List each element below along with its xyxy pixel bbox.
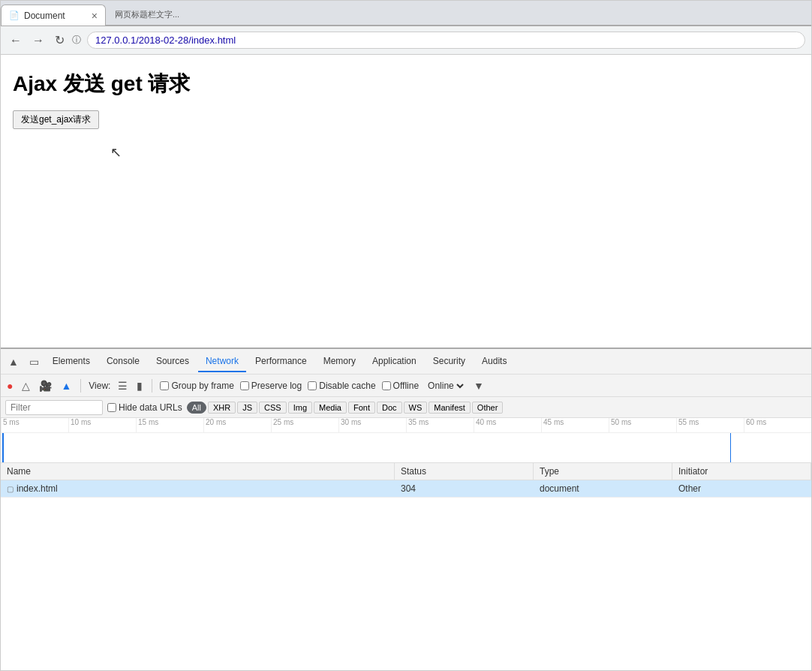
active-tab[interactable]: 📄 Document × [1,5,106,26]
view-list-button[interactable]: ☰ [116,378,129,393]
tab-security[interactable]: Security [426,351,473,372]
tick-9: 45 ms [541,418,609,432]
tab-performance[interactable]: Performance [248,351,314,372]
camera-button[interactable]: 🎥 [38,378,53,393]
tick-2: 10 ms [68,418,136,432]
tick-5: 25 ms [271,418,338,432]
clear-button[interactable]: △ [20,378,32,393]
back-button[interactable]: ← [7,32,25,49]
preserve-log-label[interactable]: Preserve log [240,381,302,391]
cell-type: document [534,480,672,497]
table-row[interactable]: ▢ index.html 304 document Other [1,480,811,498]
tick-1: 5 ms [1,418,68,432]
view-label: View: [89,381,110,391]
tab-console[interactable]: Console [99,351,147,372]
preserve-log-checkbox[interactable] [240,381,249,390]
hide-data-urls-checkbox[interactable] [107,403,116,412]
cell-status: 304 [395,480,534,497]
cell-initiator: Other [672,480,811,497]
tab-elements[interactable]: Elements [45,351,98,372]
tab-rest-text: 网页标题栏文字... [109,9,179,20]
row-name: index.html [17,483,58,494]
group-by-frame-text: Group by frame [171,381,233,391]
timeline-cursor [730,433,731,463]
tick-8: 40 ms [474,418,541,432]
address-input[interactable] [87,32,805,49]
tick-6: 30 ms [338,418,406,432]
offline-text: Offline [393,381,419,391]
ajax-button[interactable]: 发送get_ajax请求 [13,110,99,129]
filter-font[interactable]: Font [348,402,375,414]
page-content: Ajax 发送 get 请求 发送get_ajax请求 ↖ [1,55,811,348]
timeline-bar-area [1,433,811,463]
disable-cache-label[interactable]: Disable cache [308,381,375,391]
disable-cache-text: Disable cache [319,381,375,391]
filter-ws[interactable]: WS [404,402,428,414]
header-name: Name [1,463,395,480]
filter-input[interactable] [5,400,103,415]
header-type: Type [534,463,672,480]
filter-button[interactable]: ▲ [59,378,73,393]
timeline: 5 ms 10 ms 15 ms 20 ms 25 ms 30 ms 35 ms… [1,418,811,463]
tab-memory[interactable]: Memory [316,351,363,372]
tab-application[interactable]: Application [365,351,424,372]
tick-10: 50 ms [609,418,676,432]
divider-1 [80,379,81,393]
filter-row: Hide data URLs All XHR JS CSS Img Media … [1,397,811,418]
cell-name: ▢ index.html [1,480,395,497]
hide-data-urls-text: Hide data URLs [119,402,182,413]
filter-media[interactable]: Media [314,402,347,414]
view-screenshot-button[interactable]: ▮ [135,378,144,393]
group-by-frame-label[interactable]: Group by frame [160,381,233,391]
tab-sources[interactable]: Sources [149,351,197,372]
tab-rest-area: 网页标题栏文字... [106,5,811,26]
filter-xhr[interactable]: XHR [208,402,236,414]
filter-manifest[interactable]: Manifest [429,402,471,414]
network-table: Name Status Type Initiator ▢ index.html … [1,463,811,670]
devtools-panel: ▲ ▭ Elements Console Sources Network Per… [1,348,811,670]
tab-title: Document [24,11,65,21]
cursor-indicator: ↖ [110,144,799,161]
offline-label[interactable]: Offline [382,381,419,391]
tick-4: 20 ms [203,418,271,432]
filter-doc[interactable]: Doc [377,402,402,414]
reload-button[interactable]: ↻ [52,32,68,49]
divider-2 [152,379,152,393]
tab-icon: 📄 [9,11,20,20]
tick-3: 15 ms [136,418,203,432]
tab-bar: 📄 Document × 网页标题栏文字... [1,1,811,26]
forward-button[interactable]: → [29,32,47,49]
tab-audits[interactable]: Audits [474,351,514,372]
browser-window: 📄 Document × 网页标题栏文字... ← → ↻ ⓘ Ajax 发送 … [0,0,812,671]
file-icon: ▢ [7,485,14,493]
filter-type-buttons: All XHR JS CSS Img Media Font Doc WS Man… [187,402,504,414]
device-toolbar-button[interactable]: ▭ [25,354,44,369]
group-by-frame-checkbox[interactable] [160,381,169,390]
header-status: Status [395,463,534,480]
timeline-start-marker [2,433,4,463]
throttle-dropdown[interactable]: ▼ [472,378,486,393]
tab-close-button[interactable]: × [92,10,98,22]
timeline-ticks: 5 ms 10 ms 15 ms 20 ms 25 ms 30 ms 35 ms… [1,418,811,433]
tick-7: 35 ms [406,418,474,432]
table-header: Name Status Type Initiator [1,463,811,480]
address-bar: ← → ↻ ⓘ [1,26,811,55]
filter-css[interactable]: CSS [259,402,287,414]
offline-checkbox[interactable] [382,381,391,390]
info-icon: ⓘ [72,34,81,47]
preserve-log-text: Preserve log [251,381,302,391]
network-controls: ● △ 🎥 ▲ View: ☰ ▮ Group by frame Preserv… [1,375,811,397]
filter-all[interactable]: All [187,402,206,414]
throttle-select[interactable]: Online [425,380,466,392]
hide-data-urls-label[interactable]: Hide data URLs [107,402,182,413]
tick-11: 55 ms [676,418,744,432]
devtools-tab-bar: ▲ ▭ Elements Console Sources Network Per… [1,349,811,375]
header-initiator: Initiator [672,463,811,480]
filter-other[interactable]: Other [472,402,504,414]
filter-img[interactable]: Img [288,402,312,414]
disable-cache-checkbox[interactable] [308,381,317,390]
filter-js[interactable]: JS [237,402,257,414]
tab-network[interactable]: Network [198,351,246,372]
inspect-element-button[interactable]: ▲ [4,354,23,369]
record-button[interactable]: ● [5,378,14,393]
